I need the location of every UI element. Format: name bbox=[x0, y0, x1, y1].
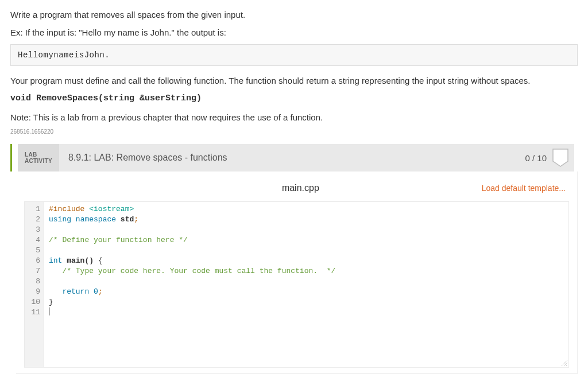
code-token: /* Type your code here. Your code must c… bbox=[49, 267, 335, 275]
code-token: namespace bbox=[76, 215, 116, 224]
code-token: ; bbox=[134, 215, 138, 224]
lab-tag-line2: ACTIVITY bbox=[25, 158, 52, 164]
editor-panel: main.cpp Load default template... 1 2 3 … bbox=[16, 171, 578, 374]
line-number: 8 bbox=[25, 276, 40, 287]
code-editor[interactable]: 1 2 3 4 5 6 7 8 9 10 11 #include <iostre… bbox=[24, 201, 569, 368]
code-token: #include bbox=[49, 205, 84, 213]
function-description: Your program must define and call the fo… bbox=[10, 74, 578, 87]
svg-line-2 bbox=[566, 365, 567, 366]
code-token: int bbox=[49, 256, 62, 265]
code-token: std bbox=[121, 215, 134, 224]
line-number: 4 bbox=[25, 235, 40, 245]
code-area[interactable]: #include <iostream> using namespace std;… bbox=[44, 202, 568, 320]
line-number: 5 bbox=[25, 245, 40, 256]
serial-number: 268516.1656220 bbox=[10, 128, 578, 135]
code-token: <iostream> bbox=[89, 205, 134, 213]
prompt-note: Note: This is a lab from a previous chap… bbox=[10, 111, 578, 124]
code-token: 0 bbox=[94, 287, 98, 296]
line-number: 1 bbox=[25, 204, 40, 215]
lab-score: 0 / 10 bbox=[525, 144, 574, 171]
code-token: return bbox=[49, 287, 89, 296]
score-shield-icon bbox=[552, 149, 568, 167]
code-token: main() bbox=[67, 256, 94, 265]
text-cursor bbox=[49, 307, 50, 315]
lab-activity-bar: LAB ACTIVITY 8.9.1: LAB: Remove spaces -… bbox=[18, 144, 574, 171]
score-text: 0 / 10 bbox=[525, 153, 547, 163]
line-number: 10 bbox=[25, 297, 40, 307]
prompt-line-1: Write a program that removes all spaces … bbox=[10, 8, 578, 21]
code-token: } bbox=[49, 298, 53, 306]
lab-title: 8.9.1: LAB: Remove spaces - functions bbox=[59, 144, 237, 171]
line-number: 9 bbox=[25, 287, 40, 297]
filename-label: main.cpp bbox=[119, 183, 482, 193]
code-token: ; bbox=[98, 287, 103, 296]
code-token: using bbox=[49, 215, 71, 224]
code-token: { bbox=[94, 256, 103, 265]
example-output-box: HellomynameisJohn. bbox=[10, 44, 578, 66]
line-number: 7 bbox=[25, 266, 40, 276]
problem-prompt: Write a program that removes all spaces … bbox=[10, 8, 578, 135]
function-signature: void RemoveSpaces(string &userString) bbox=[10, 92, 578, 105]
line-number: 11 bbox=[25, 307, 40, 318]
load-default-template-link[interactable]: Load default template... bbox=[482, 184, 566, 193]
line-number: 3 bbox=[25, 225, 40, 235]
lab-activity-tag: LAB ACTIVITY bbox=[18, 144, 59, 171]
line-number: 6 bbox=[25, 256, 40, 266]
resize-handle-icon[interactable] bbox=[560, 359, 567, 366]
prompt-line-2: Ex: If the input is: "Hello my name is J… bbox=[10, 26, 578, 39]
line-number-gutter: 1 2 3 4 5 6 7 8 9 10 11 bbox=[25, 202, 44, 367]
line-number: 2 bbox=[25, 215, 40, 225]
code-token: /* Define your function here */ bbox=[49, 236, 188, 244]
lab-tag-line1: LAB bbox=[25, 151, 52, 158]
